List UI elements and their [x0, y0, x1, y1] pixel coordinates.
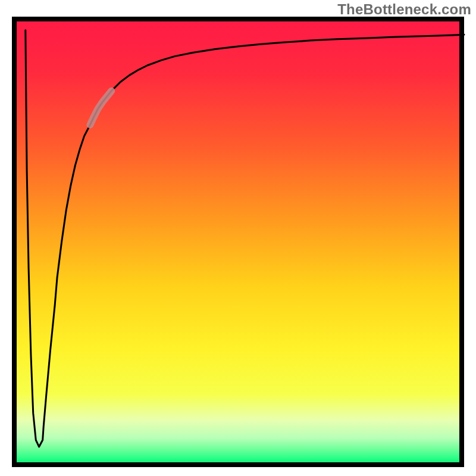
plot-background-gradient	[14, 19, 462, 465]
watermark-text: TheBottleneck.com	[337, 1, 471, 18]
bottleneck-curve-chart	[0, 17, 476, 476]
chart-container: TheBottleneck.com	[0, 0, 476, 476]
